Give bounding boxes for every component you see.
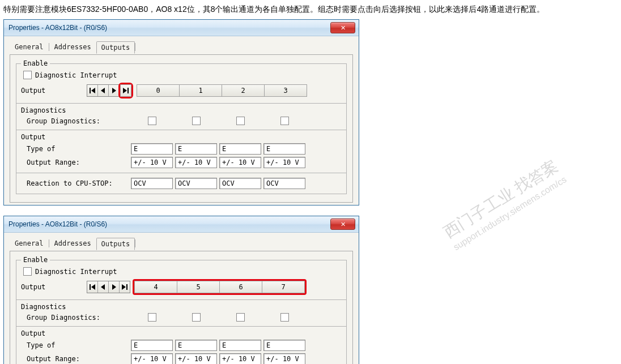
type-of-7[interactable]: E bbox=[263, 340, 305, 351]
reaction-1[interactable]: OCV bbox=[175, 178, 217, 189]
group-diag-chk-7[interactable] bbox=[280, 313, 289, 322]
svg-marker-2 bbox=[101, 88, 105, 93]
diag-interrupt-checkbox[interactable] bbox=[23, 267, 32, 276]
tab-addresses[interactable]: Addresses bbox=[49, 237, 96, 250]
output-range-7[interactable]: +/- 10 V bbox=[263, 353, 305, 364]
diag-grid: Group Diagnostics: bbox=[21, 117, 342, 125]
group-diag-chk-1[interactable] bbox=[192, 117, 201, 125]
output-range-1[interactable]: +/- 10 V bbox=[175, 157, 217, 168]
group-diag-chk-5[interactable] bbox=[192, 313, 201, 322]
diag-interrupt-label: Diagnostic Interrupt bbox=[35, 268, 117, 276]
watermark-line1: 西门子工业 找答案 bbox=[439, 155, 562, 243]
output-nav-row: Output 0 1 2 3 bbox=[21, 83, 342, 99]
group-diag-chk-3[interactable] bbox=[280, 117, 289, 125]
diag-interrupt-checkbox[interactable] bbox=[23, 71, 32, 79]
svg-marker-7 bbox=[91, 284, 95, 290]
diag-heading: Diagnostics bbox=[21, 106, 342, 114]
group-diag-chk-0[interactable] bbox=[148, 117, 156, 125]
prev-icon[interactable] bbox=[98, 85, 109, 96]
dialog-body: General Addresses Outputs Enable Diagnos… bbox=[4, 36, 359, 205]
diag-interrupt-row: Diagnostic Interrupt bbox=[23, 71, 342, 79]
output-range-label: Output Range: bbox=[21, 355, 129, 363]
close-button[interactable]: ✕ bbox=[330, 219, 355, 230]
type-of-5[interactable]: E bbox=[175, 340, 217, 351]
channel-6-button[interactable]: 6 bbox=[220, 281, 262, 293]
tab-addresses[interactable]: Addresses bbox=[49, 41, 96, 53]
output-range-label: Output Range: bbox=[21, 159, 129, 166]
output-range-3[interactable]: +/- 10 V bbox=[263, 157, 305, 168]
output-range-0[interactable]: +/- 10 V bbox=[131, 157, 173, 168]
type-of-4[interactable]: E bbox=[131, 340, 173, 351]
svg-rect-0 bbox=[90, 88, 91, 93]
titlebar: Properties - AO8x12Bit - (R0/S6) ✕ bbox=[4, 216, 359, 233]
outputs-panel: Enable Diagnostic Interrupt Output 4 bbox=[10, 251, 353, 364]
group-diag-label: Group Diagnostics: bbox=[21, 314, 129, 322]
group-diag-chk-4[interactable] bbox=[148, 313, 156, 322]
type-of-label: Type of bbox=[21, 145, 129, 153]
first-icon[interactable] bbox=[87, 281, 98, 293]
close-button[interactable]: ✕ bbox=[330, 22, 355, 33]
prev-icon[interactable] bbox=[98, 281, 109, 293]
output-range-6[interactable]: +/- 10 V bbox=[219, 353, 261, 364]
output-range-4[interactable]: +/- 10 V bbox=[131, 353, 173, 364]
group-diag-chk-2[interactable] bbox=[236, 117, 245, 125]
diag-interrupt-label: Diagnostic Interrupt bbox=[35, 71, 117, 79]
type-of-3[interactable]: E bbox=[263, 143, 305, 155]
reaction-3[interactable]: OCV bbox=[263, 178, 305, 189]
channel-4-button[interactable]: 4 bbox=[134, 281, 177, 293]
window-title: Properties - AO8x12Bit - (R0/S6) bbox=[8, 220, 107, 228]
properties-dialog-2: Properties - AO8x12Bit - (R0/S6) ✕ Gener… bbox=[3, 216, 359, 364]
output-label: Output bbox=[21, 283, 87, 291]
nav-button-group bbox=[87, 84, 120, 97]
svg-marker-8 bbox=[101, 284, 105, 290]
type-of-0[interactable]: E bbox=[131, 143, 173, 155]
type-of-2[interactable]: E bbox=[219, 143, 261, 155]
output-label: Output bbox=[21, 87, 87, 95]
channel-3-button[interactable]: 3 bbox=[265, 84, 307, 97]
diag-fieldset: Diagnostics Group Diagnostics: bbox=[16, 299, 347, 327]
reaction-2[interactable]: OCV bbox=[219, 178, 261, 189]
last-icon[interactable] bbox=[120, 281, 130, 293]
next-icon[interactable] bbox=[109, 281, 120, 293]
group-diag-chk-6[interactable] bbox=[236, 313, 245, 322]
output-heading: Output bbox=[21, 329, 342, 337]
svg-rect-5 bbox=[127, 88, 129, 93]
output-range-2[interactable]: +/- 10 V bbox=[219, 157, 261, 168]
watermark-line2: support.industry.siemens.com/cs bbox=[451, 173, 569, 254]
channel-buttons: 0 1 2 3 bbox=[137, 84, 307, 97]
next-icon[interactable] bbox=[109, 85, 119, 96]
tab-outputs[interactable]: Outputs bbox=[96, 41, 135, 54]
tab-sep bbox=[135, 239, 135, 247]
output-heading: Output bbox=[21, 133, 342, 141]
titlebar: Properties - AO8x12Bit - (R0/S6) ✕ bbox=[4, 20, 359, 36]
channel-5-button[interactable]: 5 bbox=[177, 281, 220, 293]
watermark: 西门子工业 找答案 support.industry.siemens.com/c… bbox=[439, 155, 569, 254]
tab-general[interactable]: General bbox=[10, 237, 49, 250]
svg-marker-1 bbox=[91, 88, 95, 93]
first-icon[interactable] bbox=[87, 85, 98, 96]
output-grid: Type of E E E E Output Range: +/- 10 V +… bbox=[21, 143, 342, 168]
type-of-6[interactable]: E bbox=[219, 340, 261, 351]
tab-outputs[interactable]: Outputs bbox=[96, 238, 135, 250]
intro-text: 特别需要注意模块6ES7332-5HF00-0AB0，AO8 x12位，其8个输… bbox=[3, 5, 618, 15]
output-fieldset: Output Type of E E E E Output Range: +/-… bbox=[16, 130, 347, 194]
tabstrip: General Addresses Outputs bbox=[10, 237, 353, 250]
type-of-1[interactable]: E bbox=[175, 143, 217, 155]
outputs-panel: Enable Diagnostic Interrupt Output bbox=[10, 54, 353, 203]
tab-general[interactable]: General bbox=[10, 41, 49, 53]
output-fieldset: Output Type of E E E E Output Range: +/-… bbox=[16, 326, 347, 364]
highlight-last-nav bbox=[118, 83, 133, 99]
channel-0-button[interactable]: 0 bbox=[137, 84, 180, 97]
reaction-0[interactable]: OCV bbox=[131, 178, 173, 189]
channel-7-button[interactable]: 7 bbox=[262, 281, 305, 293]
close-icon: ✕ bbox=[341, 24, 346, 32]
channel-2-button[interactable]: 2 bbox=[222, 84, 265, 97]
tabstrip: General Addresses Outputs bbox=[10, 41, 353, 53]
svg-rect-11 bbox=[126, 284, 127, 290]
output-range-5[interactable]: +/- 10 V bbox=[175, 353, 217, 364]
output-nav-row: Output 4 5 6 7 bbox=[21, 279, 342, 295]
reaction-label: Reaction to CPU-STOP: bbox=[21, 179, 129, 187]
diag-fieldset: Diagnostics Group Diagnostics: bbox=[16, 103, 347, 130]
last-icon[interactable] bbox=[120, 84, 131, 97]
channel-1-button[interactable]: 1 bbox=[180, 84, 222, 97]
